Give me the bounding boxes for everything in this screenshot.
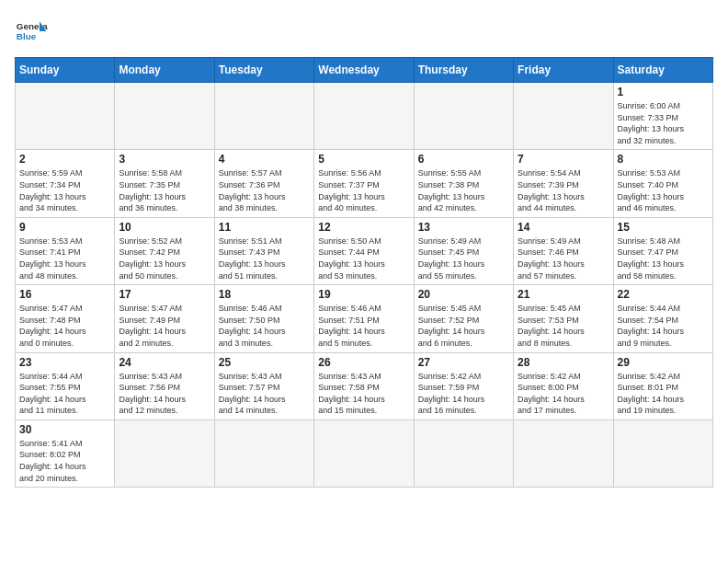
day-number: 18 xyxy=(219,288,310,301)
calendar-cell: 24Sunrise: 5:43 AM Sunset: 7:56 PM Dayli… xyxy=(115,352,214,419)
day-number: 6 xyxy=(418,153,509,166)
day-header-monday: Monday xyxy=(115,58,214,83)
day-info: Sunrise: 5:56 AM Sunset: 7:37 PM Dayligh… xyxy=(318,167,409,213)
day-number: 9 xyxy=(19,221,110,234)
day-info: Sunrise: 5:47 AM Sunset: 7:49 PM Dayligh… xyxy=(119,303,210,349)
day-info: Sunrise: 5:46 AM Sunset: 7:51 PM Dayligh… xyxy=(318,303,409,349)
day-info: Sunrise: 5:49 AM Sunset: 7:46 PM Dayligh… xyxy=(518,236,609,282)
calendar-cell: 11Sunrise: 5:51 AM Sunset: 7:43 PM Dayli… xyxy=(214,217,313,284)
calendar-cell xyxy=(414,83,513,150)
calendar-cell: 3Sunrise: 5:58 AM Sunset: 7:35 PM Daylig… xyxy=(115,150,214,217)
day-number: 19 xyxy=(318,288,409,301)
calendar-cell: 18Sunrise: 5:46 AM Sunset: 7:50 PM Dayli… xyxy=(214,285,313,352)
day-info: Sunrise: 5:54 AM Sunset: 7:39 PM Dayligh… xyxy=(518,167,609,213)
calendar-cell xyxy=(314,83,414,150)
calendar-cell: 23Sunrise: 5:44 AM Sunset: 7:55 PM Dayli… xyxy=(16,352,115,419)
day-info: Sunrise: 5:50 AM Sunset: 7:44 PM Dayligh… xyxy=(318,236,409,282)
day-info: Sunrise: 5:45 AM Sunset: 7:53 PM Dayligh… xyxy=(518,303,609,349)
calendar-cell: 30Sunrise: 5:41 AM Sunset: 8:02 PM Dayli… xyxy=(16,419,115,487)
days-header-row: SundayMondayTuesdayWednesdayThursdayFrid… xyxy=(16,58,713,83)
day-number: 10 xyxy=(119,221,210,234)
day-number: 29 xyxy=(618,356,709,369)
svg-text:Blue: Blue xyxy=(17,31,37,41)
calendar-cell xyxy=(214,83,313,150)
day-number: 14 xyxy=(518,221,609,234)
day-number: 21 xyxy=(518,288,609,301)
day-number: 7 xyxy=(518,153,609,166)
calendar-cell: 19Sunrise: 5:46 AM Sunset: 7:51 PM Dayli… xyxy=(314,285,414,352)
day-info: Sunrise: 5:46 AM Sunset: 7:50 PM Dayligh… xyxy=(219,303,310,349)
calendar-cell xyxy=(613,419,712,487)
calendar-cell xyxy=(115,83,214,150)
calendar-cell xyxy=(16,83,115,150)
calendar-cell xyxy=(314,419,414,487)
day-info: Sunrise: 5:43 AM Sunset: 7:57 PM Dayligh… xyxy=(219,371,310,417)
day-number: 17 xyxy=(119,288,210,301)
day-number: 28 xyxy=(518,356,609,369)
day-info: Sunrise: 5:44 AM Sunset: 7:54 PM Dayligh… xyxy=(618,303,709,349)
day-info: Sunrise: 6:00 AM Sunset: 7:33 PM Dayligh… xyxy=(618,100,709,146)
calendar-cell: 14Sunrise: 5:49 AM Sunset: 7:46 PM Dayli… xyxy=(514,217,613,284)
day-header-thursday: Thursday xyxy=(414,58,513,83)
day-header-saturday: Saturday xyxy=(613,58,712,83)
day-info: Sunrise: 5:48 AM Sunset: 7:47 PM Dayligh… xyxy=(618,236,709,282)
day-header-wednesday: Wednesday xyxy=(314,58,414,83)
calendar-table: SundayMondayTuesdayWednesdayThursdayFrid… xyxy=(15,57,713,488)
day-info: Sunrise: 5:47 AM Sunset: 7:48 PM Dayligh… xyxy=(19,303,110,349)
day-info: Sunrise: 5:57 AM Sunset: 7:36 PM Dayligh… xyxy=(219,167,310,213)
week-row-1: 1Sunrise: 6:00 AM Sunset: 7:33 PM Daylig… xyxy=(16,83,713,150)
calendar-cell: 2Sunrise: 5:59 AM Sunset: 7:34 PM Daylig… xyxy=(16,150,115,217)
logo: General Blue xyxy=(15,15,48,48)
day-number: 24 xyxy=(119,356,210,369)
day-number: 23 xyxy=(19,356,110,369)
calendar-cell xyxy=(115,419,214,487)
calendar-cell: 1Sunrise: 6:00 AM Sunset: 7:33 PM Daylig… xyxy=(613,83,712,150)
day-header-tuesday: Tuesday xyxy=(214,58,313,83)
calendar-cell: 15Sunrise: 5:48 AM Sunset: 7:47 PM Dayli… xyxy=(613,217,712,284)
day-info: Sunrise: 5:41 AM Sunset: 8:02 PM Dayligh… xyxy=(19,438,110,484)
calendar-cell: 4Sunrise: 5:57 AM Sunset: 7:36 PM Daylig… xyxy=(214,150,313,217)
day-number: 16 xyxy=(19,288,110,301)
day-number: 5 xyxy=(318,153,409,166)
day-info: Sunrise: 5:42 AM Sunset: 7:59 PM Dayligh… xyxy=(418,371,509,417)
calendar-cell: 27Sunrise: 5:42 AM Sunset: 7:59 PM Dayli… xyxy=(414,352,513,419)
week-row-4: 16Sunrise: 5:47 AM Sunset: 7:48 PM Dayli… xyxy=(16,285,713,352)
day-info: Sunrise: 5:55 AM Sunset: 7:38 PM Dayligh… xyxy=(418,167,509,213)
day-number: 8 xyxy=(618,153,709,166)
calendar-cell xyxy=(214,419,313,487)
day-number: 26 xyxy=(318,356,409,369)
day-info: Sunrise: 5:49 AM Sunset: 7:45 PM Dayligh… xyxy=(418,236,509,282)
day-number: 1 xyxy=(618,86,709,98)
calendar-cell: 20Sunrise: 5:45 AM Sunset: 7:52 PM Dayli… xyxy=(414,285,513,352)
calendar-cell xyxy=(414,419,513,487)
calendar-cell: 22Sunrise: 5:44 AM Sunset: 7:54 PM Dayli… xyxy=(613,285,712,352)
calendar-cell: 10Sunrise: 5:52 AM Sunset: 7:42 PM Dayli… xyxy=(115,217,214,284)
calendar-cell: 8Sunrise: 5:53 AM Sunset: 7:40 PM Daylig… xyxy=(613,150,712,217)
calendar-cell: 9Sunrise: 5:53 AM Sunset: 7:41 PM Daylig… xyxy=(16,217,115,284)
day-info: Sunrise: 5:43 AM Sunset: 7:58 PM Dayligh… xyxy=(318,371,409,417)
day-info: Sunrise: 5:42 AM Sunset: 8:01 PM Dayligh… xyxy=(618,371,709,417)
calendar-cell: 21Sunrise: 5:45 AM Sunset: 7:53 PM Dayli… xyxy=(514,285,613,352)
week-row-5: 23Sunrise: 5:44 AM Sunset: 7:55 PM Dayli… xyxy=(16,352,713,419)
calendar-cell: 26Sunrise: 5:43 AM Sunset: 7:58 PM Dayli… xyxy=(314,352,414,419)
day-info: Sunrise: 5:53 AM Sunset: 7:41 PM Dayligh… xyxy=(19,236,110,282)
day-number: 11 xyxy=(219,221,310,234)
day-number: 25 xyxy=(219,356,310,369)
day-info: Sunrise: 5:58 AM Sunset: 7:35 PM Dayligh… xyxy=(119,167,210,213)
day-number: 3 xyxy=(119,153,210,166)
day-number: 4 xyxy=(219,153,310,166)
day-number: 30 xyxy=(19,423,110,436)
calendar-cell: 16Sunrise: 5:47 AM Sunset: 7:48 PM Dayli… xyxy=(16,285,115,352)
day-info: Sunrise: 5:51 AM Sunset: 7:43 PM Dayligh… xyxy=(219,236,310,282)
calendar-cell: 13Sunrise: 5:49 AM Sunset: 7:45 PM Dayli… xyxy=(414,217,513,284)
calendar-cell: 17Sunrise: 5:47 AM Sunset: 7:49 PM Dayli… xyxy=(115,285,214,352)
day-number: 13 xyxy=(418,221,509,234)
calendar-cell: 28Sunrise: 5:42 AM Sunset: 8:00 PM Dayli… xyxy=(514,352,613,419)
day-info: Sunrise: 5:44 AM Sunset: 7:55 PM Dayligh… xyxy=(19,371,110,417)
day-number: 2 xyxy=(19,153,110,166)
calendar-cell: 7Sunrise: 5:54 AM Sunset: 7:39 PM Daylig… xyxy=(514,150,613,217)
day-number: 20 xyxy=(418,288,509,301)
week-row-2: 2Sunrise: 5:59 AM Sunset: 7:34 PM Daylig… xyxy=(16,150,713,217)
day-number: 27 xyxy=(418,356,509,369)
week-row-3: 9Sunrise: 5:53 AM Sunset: 7:41 PM Daylig… xyxy=(16,217,713,284)
